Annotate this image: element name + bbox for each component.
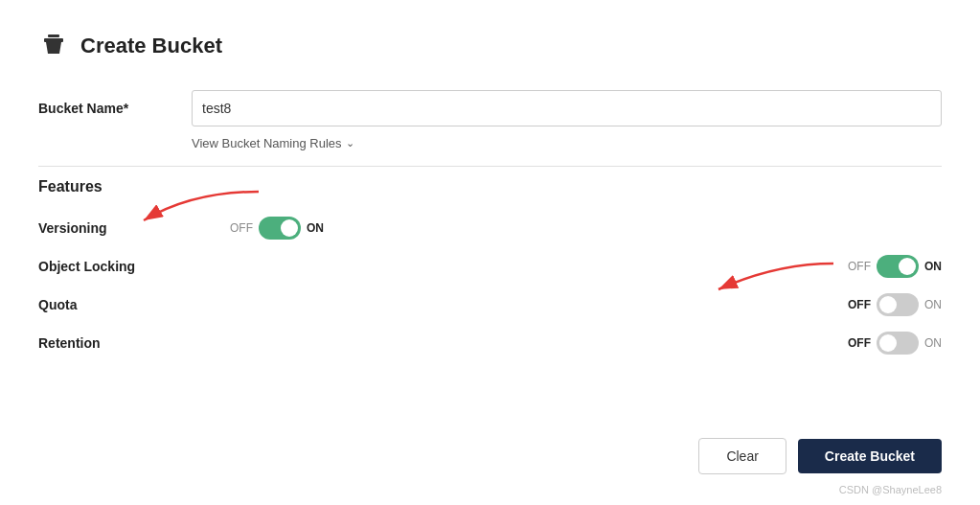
object-locking-label: Object Locking bbox=[38, 259, 230, 274]
quota-on-label: ON bbox=[924, 298, 942, 311]
retention-label: Retention bbox=[38, 335, 230, 351]
object-locking-on-label: ON bbox=[924, 260, 942, 273]
versioning-on-label: ON bbox=[307, 221, 324, 235]
versioning-off-label: OFF bbox=[230, 221, 253, 235]
retention-row: Retention OFF ON bbox=[38, 324, 942, 362]
quota-slider bbox=[877, 293, 919, 316]
naming-rules-link[interactable]: View Bucket Naming Rules ⌄ bbox=[192, 136, 354, 150]
retention-slider bbox=[877, 332, 919, 355]
chevron-down-icon: ⌄ bbox=[346, 137, 354, 149]
object-locking-toggle[interactable] bbox=[877, 255, 919, 278]
versioning-slider bbox=[259, 217, 301, 240]
versioning-label: Versioning bbox=[38, 220, 230, 236]
svg-rect-0 bbox=[44, 38, 63, 42]
retention-toggle-group: OFF ON bbox=[848, 332, 942, 355]
retention-toggle[interactable] bbox=[877, 332, 919, 355]
bucket-name-label: Bucket Name* bbox=[38, 101, 192, 116]
page-title: Create Bucket bbox=[80, 34, 222, 58]
object-locking-slider bbox=[877, 255, 919, 278]
object-locking-toggle-group: OFF ON bbox=[848, 255, 942, 278]
retention-off-label: OFF bbox=[848, 336, 871, 350]
create-bucket-button[interactable]: Create Bucket bbox=[798, 439, 942, 473]
features-section: Features Versioning OFF ON Object Lockin… bbox=[38, 178, 942, 362]
object-locking-row: Object Locking OFF ON bbox=[38, 247, 942, 286]
bucket-name-row: Bucket Name* bbox=[38, 90, 942, 126]
features-title: Features bbox=[38, 178, 942, 195]
page-header: Create Bucket bbox=[38, 29, 942, 63]
svg-rect-1 bbox=[48, 34, 59, 37]
footer-buttons: Clear Create Bucket bbox=[698, 438, 942, 474]
quota-label: Quota bbox=[38, 297, 230, 312]
retention-on-label: ON bbox=[924, 336, 942, 350]
versioning-row: Versioning OFF ON bbox=[38, 209, 942, 247]
quota-toggle[interactable] bbox=[877, 293, 919, 316]
bucket-name-input[interactable] bbox=[192, 90, 942, 126]
object-locking-off-label: OFF bbox=[848, 260, 871, 273]
bucket-icon bbox=[38, 29, 69, 63]
section-divider bbox=[38, 166, 942, 167]
versioning-toggle-group: OFF ON bbox=[230, 217, 324, 240]
watermark: CSDN @ShayneLee8 bbox=[839, 484, 942, 495]
quota-off-label: OFF bbox=[848, 298, 871, 311]
clear-button[interactable]: Clear bbox=[698, 438, 786, 474]
versioning-toggle[interactable] bbox=[259, 217, 301, 240]
quota-row: Quota OFF ON bbox=[38, 286, 942, 324]
quota-toggle-group: OFF ON bbox=[848, 293, 942, 316]
